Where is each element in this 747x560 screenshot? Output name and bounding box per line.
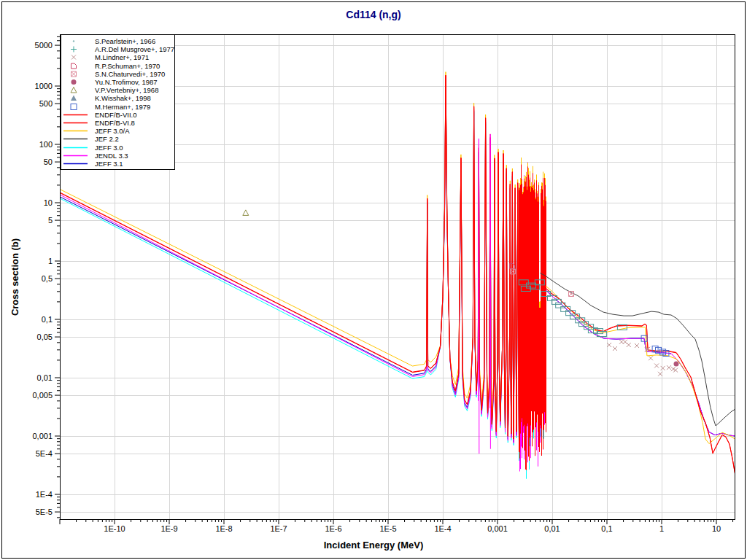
legend-item-r-p-schuman-1970[interactable]: R.P.Schuman+, 1970	[61, 62, 174, 70]
legend-item-v-p-vertebniy-1968[interactable]: V.P.Vertebniy+, 1968	[61, 86, 174, 94]
data-point	[243, 210, 249, 216]
svg-text:5E-5: 5E-5	[36, 508, 53, 516]
jendl-extra-spike	[490, 134, 491, 449]
svg-text:5: 5	[48, 216, 53, 225]
legend-item-endf-b-vi-8[interactable]: ENDF/B-VI.8	[61, 119, 174, 127]
legend-line-swatch	[61, 144, 95, 152]
legend-item-m-herman-1979[interactable]: M.Herman+, 1979	[61, 103, 174, 111]
data-point	[71, 104, 77, 109]
series-m-lindner-1971	[607, 340, 678, 376]
svg-text:1E-8: 1E-8	[215, 524, 232, 533]
data-point	[667, 365, 671, 370]
svg-text:1E-10: 1E-10	[104, 524, 125, 533]
x-axis-label: Incident Energy (MeV)	[0, 540, 747, 551]
data-point	[649, 356, 653, 360]
legend-box-x-icon	[61, 70, 95, 78]
legend-label: S.N.Chaturvedi+, 1970	[95, 70, 165, 78]
data-point	[654, 364, 659, 368]
svg-text:5E-4: 5E-4	[36, 449, 53, 458]
data-point	[674, 362, 679, 367]
svg-text:1000: 1000	[35, 82, 53, 90]
legend-item-a-r-del-musgrove-1977[interactable]: A.R.Del Musgrove+, 1977	[61, 45, 174, 53]
data-point	[71, 47, 77, 52]
data-point	[71, 79, 77, 85]
svg-text:1: 1	[48, 257, 53, 265]
legend-notch-square-icon	[61, 62, 95, 70]
legend-item-jef-2-2[interactable]: JEF 2.2	[61, 135, 174, 143]
jendl-extra-spike	[479, 139, 479, 454]
series-v-p-vertebniy-1968	[243, 210, 249, 216]
legend-item-jendl-3-3[interactable]: JENDL 3.3	[61, 152, 174, 160]
legend-label: ENDF/B-VI.8	[95, 119, 135, 127]
legend-label: JEFF 3.1	[95, 160, 123, 168]
legend-label: M.Lindner+, 1971	[95, 53, 149, 61]
legend-line-swatch	[61, 111, 95, 119]
chart-window: Cd114 (n,g) 1E-101E-91E-81E-71E-61E-51E-…	[0, 0, 747, 560]
svg-text:1E-4: 1E-4	[434, 524, 451, 533]
legend-item-k-wisshak-1998[interactable]: K.Wisshak+, 1998	[61, 94, 174, 102]
svg-text:1: 1	[659, 524, 664, 533]
data-point	[613, 346, 617, 351]
curve-jeff-3-0-a	[546, 286, 735, 444]
legend-label: R.P.Schuman+, 1970	[95, 62, 160, 70]
svg-text:1E-6: 1E-6	[325, 524, 341, 533]
legend-label: K.Wisshak+, 1998	[95, 94, 151, 102]
legend-plus-icon	[61, 45, 95, 53]
svg-text:0,005: 0,005	[32, 391, 53, 400]
legend-label: A.R.Del Musgrove+, 1977	[95, 45, 174, 53]
svg-text:5000: 5000	[35, 41, 53, 50]
legend-item-jeff-3-0-a[interactable]: JEFF 3.0/A	[61, 127, 174, 135]
data-point	[73, 40, 74, 42]
legend-item-endf-b-vii-0[interactable]: ENDF/B-VII.0	[61, 111, 174, 119]
svg-text:0,5: 0,5	[42, 274, 53, 283]
data-point	[71, 96, 77, 101]
legend-item-yu-n-trofimov-1987[interactable]: Yu.N.Trofimov, 1987	[61, 78, 174, 86]
svg-text:1E-9: 1E-9	[160, 524, 177, 533]
legend-label: JEF 2.2	[95, 135, 119, 143]
legend-label: JEFF 3.0/A	[95, 127, 130, 135]
svg-text:0,01: 0,01	[37, 373, 53, 382]
svg-text:1E-7: 1E-7	[270, 524, 287, 533]
legend-filled-circle-icon	[61, 78, 95, 86]
legend-dot-icon	[61, 37, 95, 45]
svg-text:10: 10	[712, 524, 721, 533]
legend-box: S.Pearlstein+, 1966A.R.Del Musgrove+, 19…	[61, 34, 175, 170]
legend-line-swatch	[61, 152, 95, 160]
forest-endf	[519, 165, 546, 470]
legend-label: ENDF/B-VII.0	[95, 111, 137, 119]
series-yu-n-trofimov-1987	[674, 362, 679, 367]
legend-line-swatch	[61, 160, 95, 168]
legend-item-jeff-3-1[interactable]: JEFF 3.1	[61, 160, 174, 168]
svg-text:0,001: 0,001	[32, 432, 53, 440]
svg-text:0,1: 0,1	[601, 524, 612, 533]
data-point	[627, 343, 631, 347]
svg-text:100: 100	[39, 140, 53, 149]
svg-text:50: 50	[44, 158, 53, 166]
svg-text:0,1: 0,1	[42, 315, 53, 324]
data-point	[635, 343, 639, 348]
svg-text:500: 500	[39, 99, 53, 108]
data-point	[71, 88, 77, 93]
legend-label: M.Herman+, 1979	[95, 103, 150, 111]
legend-line-swatch	[61, 119, 95, 127]
svg-text:10: 10	[44, 198, 53, 207]
legend-line-swatch	[61, 135, 95, 143]
svg-text:0,001: 0,001	[487, 524, 508, 533]
legend-label: S.Pearlstein+, 1966	[95, 37, 155, 45]
legend-item-m-lindner-1971[interactable]: M.Lindner+, 1971	[61, 53, 174, 61]
legend-label: V.P.Vertebniy+, 1968	[95, 86, 158, 94]
legend-label: JENDL 3.3	[95, 152, 128, 160]
svg-text:1E-4: 1E-4	[36, 490, 53, 499]
svg-text:0,05: 0,05	[37, 332, 53, 341]
y-axis-label: Cross section (b)	[9, 168, 21, 386]
data-point	[661, 366, 665, 370]
scatter-series	[243, 210, 679, 376]
legend-label: JEFF 3.0	[95, 144, 123, 152]
legend-item-s-n-chaturvedi-1970[interactable]: S.N.Chaturvedi+, 1970	[61, 70, 174, 78]
legend-open-triangle-icon	[61, 86, 95, 94]
legend-item-s-pearlstein-1966[interactable]: S.Pearlstein+, 1966	[61, 37, 174, 45]
legend-open-square-icon	[61, 103, 95, 111]
data-point	[71, 71, 77, 77]
legend-item-jeff-3-0[interactable]: JEFF 3.0	[61, 143, 174, 151]
svg-text:1E-5: 1E-5	[379, 524, 396, 533]
